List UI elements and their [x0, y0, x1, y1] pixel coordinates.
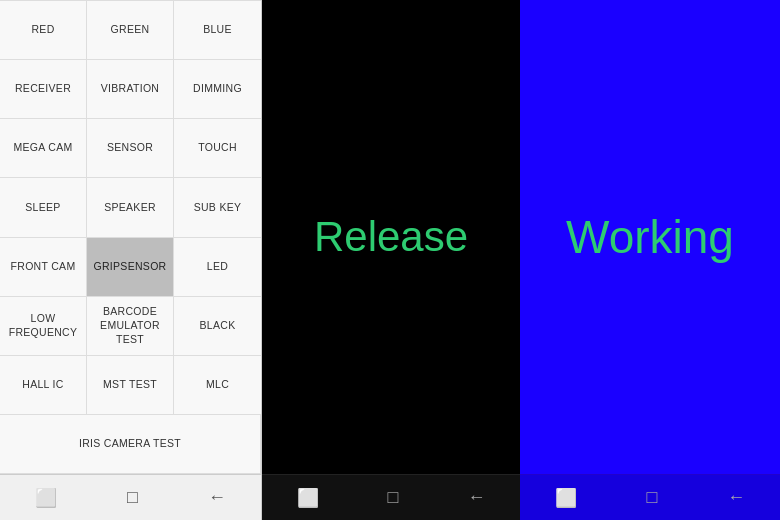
grid-cell-hall-ic[interactable]: HALL IC: [0, 356, 87, 415]
right-home-icon[interactable]: □: [637, 481, 668, 514]
middle-home-icon[interactable]: □: [378, 481, 409, 514]
grid-cell-dimming[interactable]: DIMMING: [174, 60, 261, 119]
left-panel: REDGREENBLUERECEIVERVIBRATIONDIMMINGMEGA…: [0, 0, 262, 520]
left-nav-bar: ⬜ □ ←: [0, 474, 261, 520]
grid-cell-speaker[interactable]: SPEAKER: [87, 178, 174, 237]
back-icon[interactable]: ←: [198, 481, 236, 514]
grid-cell-blue[interactable]: BLUE: [174, 1, 261, 60]
middle-back-icon[interactable]: ←: [457, 481, 495, 514]
middle-recent-icon[interactable]: ⬜: [287, 481, 329, 515]
grid-cell-led[interactable]: LED: [174, 238, 261, 297]
working-label: Working: [566, 210, 734, 264]
grid-cell-sensor[interactable]: SENSOR: [87, 119, 174, 178]
test-grid: REDGREENBLUERECEIVERVIBRATIONDIMMINGMEGA…: [0, 0, 261, 474]
grid-cell-mlc[interactable]: MLC: [174, 356, 261, 415]
right-nav-bar: ⬜ □ ←: [520, 474, 780, 520]
home-icon[interactable]: □: [117, 481, 148, 514]
grid-cell-vibration[interactable]: VIBRATION: [87, 60, 174, 119]
middle-panel: Release ⬜ □ ←: [262, 0, 520, 520]
release-label: Release: [314, 213, 468, 261]
grid-cell-front-cam[interactable]: FRONT CAM: [0, 238, 87, 297]
middle-nav-bar: ⬜ □ ←: [262, 474, 520, 520]
grid-cell-black[interactable]: BLACK: [174, 297, 261, 356]
grid-cell-barcode-emulator-test[interactable]: BARCODE EMULATOR TEST: [87, 297, 174, 356]
right-content-area: Working: [520, 0, 780, 474]
grid-cell-iris-camera-test[interactable]: IRIS CAMERA TEST: [0, 415, 261, 474]
grid-cell-mega-cam[interactable]: MEGA CAM: [0, 119, 87, 178]
grid-cell-gripsensor[interactable]: GRIPSENSOR: [87, 238, 174, 297]
right-back-icon[interactable]: ←: [717, 481, 755, 514]
middle-content-area: Release: [262, 0, 520, 474]
grid-cell-red[interactable]: RED: [0, 1, 87, 60]
grid-cell-low-frequency[interactable]: LOW FREQUENCY: [0, 297, 87, 356]
right-panel: Working ⬜ □ ←: [520, 0, 780, 520]
grid-cell-green[interactable]: GREEN: [87, 1, 174, 60]
right-recent-icon[interactable]: ⬜: [545, 481, 587, 515]
recent-apps-icon[interactable]: ⬜: [25, 481, 67, 515]
grid-cell-sub-key[interactable]: SUB KEY: [174, 178, 261, 237]
grid-cell-receiver[interactable]: RECEIVER: [0, 60, 87, 119]
grid-cell-sleep[interactable]: SLEEP: [0, 178, 87, 237]
grid-cell-mst-test[interactable]: MST TEST: [87, 356, 174, 415]
grid-cell-touch[interactable]: TOUCH: [174, 119, 261, 178]
